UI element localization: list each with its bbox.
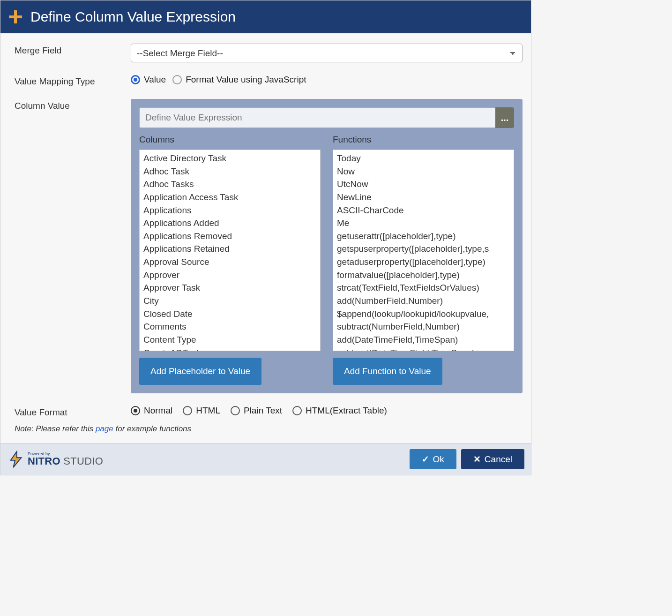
note-link[interactable]: page xyxy=(96,424,113,433)
merge-field-select[interactable]: --Select Merge Field-- xyxy=(131,44,523,62)
list-item[interactable]: Applications Added xyxy=(143,217,316,230)
list-item[interactable]: Approver Task xyxy=(143,281,316,294)
list-item[interactable]: strcat(TextField,TextFieldsOrValues) xyxy=(337,281,510,294)
label-value-format: Value Format xyxy=(15,406,131,418)
list-item[interactable]: Content Type xyxy=(143,333,316,346)
bolt-icon xyxy=(7,451,25,468)
value-format-group: NormalHTMLPlain TextHTML(Extract Table) xyxy=(131,406,523,416)
check-icon xyxy=(422,454,429,465)
list-item[interactable]: Applications Retained xyxy=(143,242,316,255)
radio-value-format[interactable]: HTML(Extract Table) xyxy=(292,406,387,416)
list-item[interactable]: Me xyxy=(337,217,510,230)
row-merge-field: Merge Field --Select Merge Field-- xyxy=(15,44,523,62)
list-item[interactable]: subtract(NumberField,Number) xyxy=(337,320,510,333)
cancel-button[interactable]: Cancel xyxy=(461,449,524,469)
ok-button[interactable]: Ok xyxy=(410,449,456,469)
radio-value[interactable]: Value xyxy=(131,75,166,85)
plus-icon xyxy=(9,10,22,23)
functions-listbox[interactable]: TodayNowUtcNowNewLineASCII-CharCodeMeget… xyxy=(333,150,514,351)
radio-icon xyxy=(292,406,302,415)
dialog-body: Merge Field --Select Merge Field-- Value… xyxy=(0,33,531,443)
mapping-type-group: Value Format Value using JavaScript xyxy=(131,75,523,85)
list-item[interactable]: CreateADTask xyxy=(143,346,316,351)
list-item[interactable]: Active Directory Task xyxy=(143,152,316,165)
label-column-value: Column Value xyxy=(15,99,131,111)
note-suffix: for example functions xyxy=(113,424,191,433)
list-item[interactable]: Comments xyxy=(143,320,316,333)
radio-label: HTML xyxy=(196,406,220,416)
radio-label: Normal xyxy=(144,406,172,416)
label-merge-field: Merge Field xyxy=(15,44,131,56)
radio-icon xyxy=(231,406,240,415)
radio-icon xyxy=(131,75,140,84)
footer-buttons: Ok Cancel xyxy=(410,449,524,469)
add-function-button[interactable]: Add Function to Value xyxy=(333,358,442,385)
list-item[interactable]: formatvalue([placeholder],type) xyxy=(337,269,510,282)
add-placeholder-button[interactable]: Add Placeholder to Value xyxy=(139,358,261,385)
columns-column: Columns Active Directory TaskAdhoc TaskA… xyxy=(139,135,321,385)
list-item[interactable]: NewLine xyxy=(337,191,510,204)
list-item[interactable]: Adhoc Tasks xyxy=(143,178,316,191)
brand-light: STUDIO xyxy=(60,455,103,467)
expression-row: ... xyxy=(139,107,514,128)
logo: Powered by NITRO STUDIO xyxy=(7,451,103,468)
x-icon xyxy=(473,454,481,465)
list-item[interactable]: Approval Source xyxy=(143,255,316,269)
list-item[interactable]: $append(lookup/lookupid/lookupvalue, xyxy=(337,308,510,321)
functions-title: Functions xyxy=(333,135,514,145)
list-item[interactable]: ASCII-CharCode xyxy=(337,204,510,217)
expression-input[interactable] xyxy=(139,107,495,128)
columns-listbox[interactable]: Active Directory TaskAdhoc TaskAdhoc Tas… xyxy=(139,150,321,351)
functions-column: Functions TodayNowUtcNowNewLineASCII-Cha… xyxy=(333,135,514,385)
list-item[interactable]: add(DateTimeField,TimeSpan) xyxy=(337,333,510,346)
columns-functions-row: Columns Active Directory TaskAdhoc TaskA… xyxy=(139,135,514,385)
radio-icon xyxy=(131,406,140,415)
list-item[interactable]: getuserattr([placeholder],type) xyxy=(337,230,510,243)
radio-format-js-label: Format Value using JavaScript xyxy=(186,75,306,85)
radio-label: Plain Text xyxy=(244,406,282,416)
list-item[interactable]: getaduserproperty([placeholder],type) xyxy=(337,255,510,269)
radio-value-label: Value xyxy=(144,75,166,85)
note-prefix: Note: Please refer this xyxy=(15,424,96,433)
list-item[interactable]: Adhoc Task xyxy=(143,165,316,178)
dialog-title: Define Column Value Expression xyxy=(30,9,236,25)
list-item[interactable]: Today xyxy=(337,152,510,165)
brand-bold: NITRO xyxy=(28,455,60,467)
list-item[interactable]: Applications xyxy=(143,204,316,217)
label-mapping-type: Value Mapping Type xyxy=(15,75,131,87)
brand-text: NITRO STUDIO xyxy=(28,455,103,467)
list-item[interactable]: add(NumberField,Number) xyxy=(337,294,510,308)
expression-panel: ... Columns Active Directory TaskAdhoc T… xyxy=(131,99,523,393)
radio-value-format[interactable]: Plain Text xyxy=(231,406,282,416)
expression-more-button[interactable]: ... xyxy=(495,107,514,128)
list-item[interactable]: Now xyxy=(337,165,510,178)
row-value-format: Value Format NormalHTMLPlain TextHTML(Ex… xyxy=(15,406,523,418)
radio-value-format[interactable]: HTML xyxy=(183,406,220,416)
list-item[interactable]: Closed Date xyxy=(143,308,316,321)
list-item[interactable]: City xyxy=(143,294,316,308)
radio-icon xyxy=(172,75,182,84)
list-item[interactable]: getspuserproperty([placeholder],type,s xyxy=(337,242,510,255)
note: Note: Please refer this page for example… xyxy=(15,422,523,438)
list-item[interactable]: Application Access Task xyxy=(143,191,316,204)
footer: Powered by NITRO STUDIO Ok Cancel xyxy=(0,443,531,475)
list-item[interactable]: subtract(DateTimeField,TimeSpan) xyxy=(337,346,510,351)
list-item[interactable]: Approver xyxy=(143,269,316,282)
list-item[interactable]: Applications Removed xyxy=(143,230,316,243)
dialog-header: Define Column Value Expression xyxy=(0,0,531,33)
cancel-label: Cancel xyxy=(485,454,512,465)
columns-title: Columns xyxy=(139,135,321,145)
radio-format-js[interactable]: Format Value using JavaScript xyxy=(172,75,306,85)
dialog: Define Column Value Expression Merge Fie… xyxy=(0,0,531,475)
radio-label: HTML(Extract Table) xyxy=(306,406,387,416)
radio-value-format[interactable]: Normal xyxy=(131,406,172,416)
row-mapping-type: Value Mapping Type Value Format Value us… xyxy=(15,75,523,87)
svg-marker-0 xyxy=(11,451,22,467)
ok-label: Ok xyxy=(433,454,444,465)
list-item[interactable]: UtcNow xyxy=(337,178,510,191)
radio-icon xyxy=(183,406,192,415)
row-column-value: Column Value ... Columns Active Director… xyxy=(15,99,523,393)
